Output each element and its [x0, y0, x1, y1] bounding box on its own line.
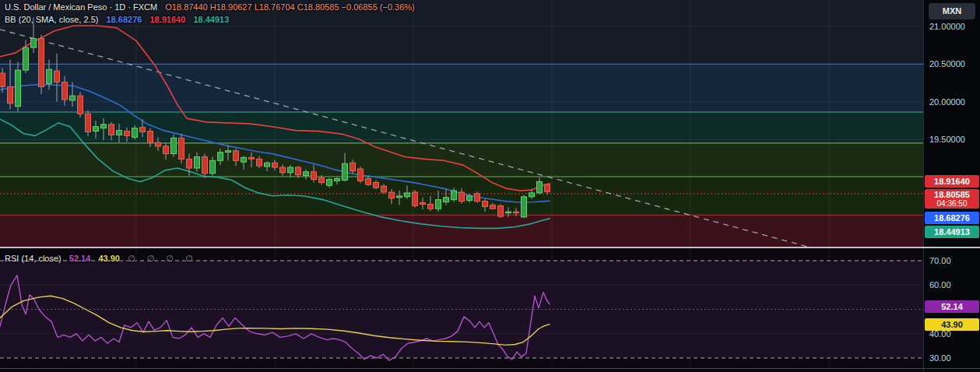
candle-body-up: [335, 179, 340, 181]
candle-body-up: [265, 163, 270, 167]
pane-separator[interactable]: [0, 247, 980, 248]
candle-body-down: [366, 179, 371, 185]
ohlc-values: O18.87440 H18.90627 L18.76704 C18.80585 …: [165, 2, 415, 12]
candle-body-up: [16, 70, 21, 107]
candle-body-down: [459, 192, 465, 202]
rsi-value: 52.14: [69, 254, 91, 263]
candle-body-down: [187, 159, 192, 168]
candle-body-up: [132, 128, 138, 138]
last-price-badge: 18.80585 04:36:50: [925, 189, 979, 209]
candle-body-down: [0, 73, 5, 86]
rsi-tick-label: 60.00: [929, 280, 951, 290]
symbol-legend[interactable]: U.S. Dollar / Mexican Peso · 1D · FXCM O…: [5, 2, 415, 12]
candle-body-down: [272, 163, 278, 167]
candle-body-down: [514, 212, 519, 213]
candle-body-up: [31, 39, 37, 48]
candle-body-up: [537, 181, 543, 193]
bb-basis-value: 18.68276: [107, 15, 142, 24]
candle-body-up: [47, 69, 52, 83]
price-axis[interactable]: MXN 21.0000020.5000020.0000019.5000070.0…: [923, 0, 980, 372]
price-tick-label: 20.50000: [929, 59, 965, 68]
candle-body-up: [210, 160, 216, 174]
candle-body-up: [327, 180, 332, 186]
candle-body-down: [202, 157, 208, 174]
zone-teal: [0, 112, 923, 143]
candle-body-down: [8, 86, 13, 103]
bar-countdown: 04:36:50: [925, 199, 979, 209]
candle-body-up: [226, 151, 231, 153]
candle-body-down: [125, 132, 130, 136]
candle-body-down: [545, 184, 550, 192]
candle-body-up: [101, 125, 107, 128]
candle-body-down: [311, 172, 317, 180]
candle-body-up: [529, 193, 535, 197]
candle-body-up: [522, 197, 527, 217]
price-tick-label: 20.00000: [929, 97, 965, 107]
candle-body-down: [374, 182, 379, 188]
candle-body-down: [257, 159, 262, 166]
candle-body-down: [140, 128, 146, 132]
candle-body-up: [467, 196, 472, 201]
bb-lower-value: 18.44913: [193, 15, 229, 24]
candle-body-down: [156, 142, 161, 146]
zone-blue: [0, 64, 923, 112]
zone-red: [0, 215, 923, 247]
last-price-value: 18.80585: [925, 189, 979, 199]
currency-button[interactable]: MXN: [929, 3, 975, 19]
rsi-empty-values: ∅ ∅ ∅ ∅: [128, 254, 198, 263]
candle-body-down: [62, 82, 68, 100]
candle-body-down: [148, 132, 153, 143]
candle-body-up: [304, 172, 309, 176]
rsi-legend[interactable]: RSI (14, close) 52.14 43.90 ∅ ∅ ∅ ∅: [5, 253, 198, 264]
candle-body-up: [241, 157, 247, 162]
bottom-separator: [0, 368, 980, 369]
candle-body-down: [475, 194, 480, 202]
candle-body-down: [249, 157, 255, 159]
candle-body-up: [195, 157, 200, 169]
candle-body-down: [296, 167, 301, 175]
candle-body-up: [444, 198, 449, 202]
candle-body-down: [428, 204, 434, 209]
candle-body-up: [397, 196, 402, 198]
candle-body-down: [420, 203, 426, 205]
candle-body-up: [288, 167, 293, 173]
candle-body-down: [109, 125, 114, 135]
candle-body-down: [39, 39, 44, 87]
bb-label: BB (20, SMA, close, 2.5): [5, 15, 98, 24]
candle-body-down: [490, 205, 496, 209]
candle-body-up: [451, 191, 457, 200]
rsi-ma-value-badge: 43.90: [925, 318, 979, 331]
price-tick-label: 19.50000: [929, 135, 965, 144]
candle-body-down: [163, 146, 169, 154]
bb-lower-price-badge: 18.44913: [925, 226, 979, 238]
candle-body-down: [86, 114, 91, 132]
candle-body-up: [342, 163, 348, 180]
zone-greenA: [0, 143, 923, 177]
candle-body-up: [506, 212, 511, 213]
candle-body-down: [319, 178, 325, 183]
bb-upper-price-badge: 18.91640: [925, 175, 979, 188]
candle-body-up: [436, 200, 441, 209]
bb-basis-price-badge: 18.68276: [925, 212, 979, 224]
candle-body-down: [54, 71, 60, 82]
candle-body-up: [23, 47, 29, 70]
candle-body-up: [93, 127, 99, 132]
chart-canvas[interactable]: [0, 0, 923, 372]
candle-body-down: [358, 169, 364, 181]
candle-body-down: [179, 138, 184, 159]
candle-body-down: [234, 151, 239, 161]
candle-body-down: [78, 96, 83, 114]
bb-legend[interactable]: BB (20, SMA, close, 2.5) 18.68276 18.916…: [5, 14, 229, 25]
candle-body-down: [389, 192, 395, 198]
candle-body-down: [483, 202, 488, 207]
rsi-band: [0, 261, 923, 358]
price-tick-label: 21.00000: [929, 22, 965, 31]
candle-body-down: [498, 205, 504, 216]
candle-body-down: [413, 192, 418, 205]
candle-body-up: [70, 96, 76, 100]
trading-chart-window: U.S. Dollar / Mexican Peso · 1D · FXCM O…: [0, 0, 980, 372]
candle-body-down: [280, 167, 286, 173]
candle-body-up: [171, 138, 177, 153]
candle-body-up: [117, 131, 122, 135]
symbol-title: U.S. Dollar / Mexican Peso · 1D · FXCM: [5, 2, 157, 12]
